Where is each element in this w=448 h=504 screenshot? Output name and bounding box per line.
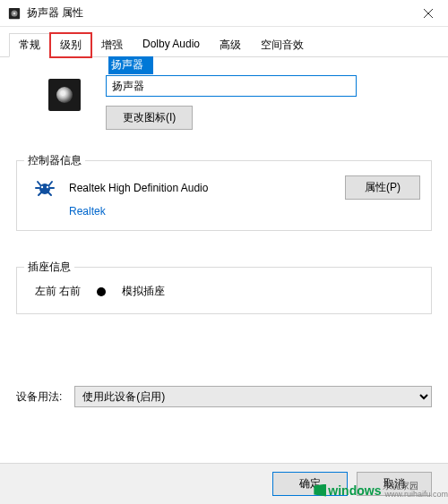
tab-spatial[interactable]: 空间音效 bbox=[251, 33, 314, 57]
device-name-selection: 扬声器 bbox=[108, 56, 153, 74]
controller-info-group: 控制器信息 Realtek High Definition Audio 属性(P… bbox=[16, 160, 432, 231]
tab-dolby[interactable]: Dolby Audio bbox=[133, 33, 210, 57]
tab-strip: 常规 级别 增强 Dolby Audio 高级 空间音效 bbox=[0, 27, 448, 57]
tab-enhancements[interactable]: 增强 bbox=[91, 33, 133, 57]
tab-levels[interactable]: 级别 bbox=[50, 33, 91, 57]
svg-point-6 bbox=[41, 185, 43, 187]
change-icon-button[interactable]: 更改图标(I) bbox=[106, 106, 193, 130]
svg-point-2 bbox=[13, 12, 16, 14]
speaker-icon bbox=[48, 79, 81, 111]
svg-point-7 bbox=[47, 185, 48, 187]
jack-color-dot bbox=[97, 287, 106, 296]
jack-type: 模拟插座 bbox=[122, 284, 165, 299]
device-usage-select[interactable]: 使用此设备(启用) bbox=[74, 386, 432, 407]
device-name-input[interactable] bbox=[106, 75, 357, 97]
jack-info-group: 插座信息 左前 右前 模拟插座 bbox=[16, 267, 432, 314]
titlebar: 扬声器 属性 bbox=[0, 0, 448, 27]
jack-group-label: 插座信息 bbox=[24, 260, 74, 275]
device-header: // simulate selected text look document.… bbox=[16, 68, 432, 146]
controller-name: Realtek High Definition Audio bbox=[69, 182, 336, 194]
ok-button[interactable]: 确定 bbox=[272, 472, 348, 496]
cancel-button[interactable]: 取消 bbox=[357, 472, 432, 496]
tab-advanced[interactable]: 高级 bbox=[210, 33, 251, 57]
tab-general[interactable]: 常规 bbox=[9, 33, 50, 57]
tab-content-general: // simulate selected text look document.… bbox=[0, 57, 448, 321]
controller-properties-button[interactable]: 属性(P) bbox=[345, 175, 420, 200]
speaker-app-icon bbox=[7, 6, 22, 21]
close-button[interactable] bbox=[408, 0, 448, 27]
realtek-crab-icon bbox=[33, 176, 56, 200]
device-usage-row: 设备用法: 使用此设备(启用) bbox=[0, 379, 448, 407]
controller-group-label: 控制器信息 bbox=[24, 153, 85, 168]
device-usage-label: 设备用法: bbox=[16, 389, 62, 405]
jack-position: 左前 右前 bbox=[35, 284, 81, 299]
dialog-footer: 确定 取消 bbox=[0, 463, 448, 504]
controller-vendor-link[interactable]: Realtek bbox=[69, 205, 106, 218]
window-title: 扬声器 属性 bbox=[27, 5, 408, 21]
